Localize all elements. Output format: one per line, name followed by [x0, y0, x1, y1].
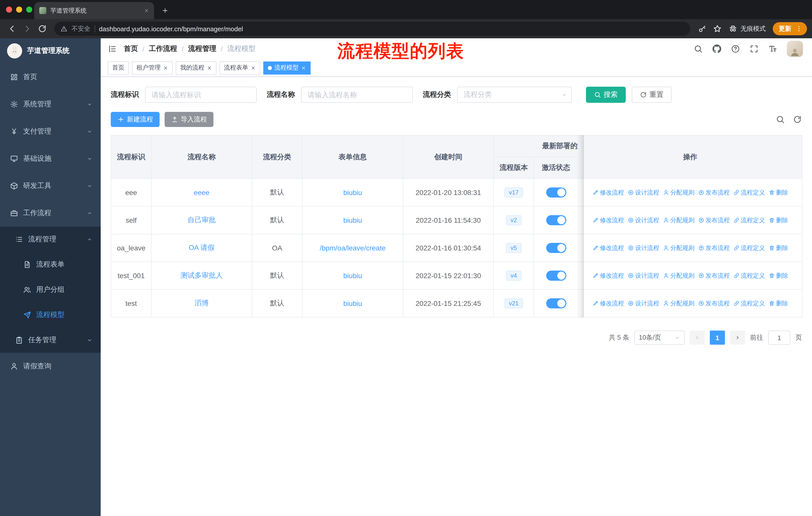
active-toggle[interactable]	[546, 271, 566, 281]
sidebar-item-task-mgmt[interactable]: 任务管理	[0, 328, 101, 353]
design-process-link[interactable]: 设计流程	[628, 244, 659, 252]
form-info-link[interactable]: /bpm/oa/leave/create	[320, 244, 386, 252]
delete-link[interactable]: 删除	[768, 188, 788, 197]
process-definition-link[interactable]: 流程定义	[733, 244, 765, 252]
tag-home[interactable]: 首页	[108, 61, 129, 74]
bookmark-star-icon[interactable]	[710, 22, 724, 36]
process-name-link[interactable]: 自己审批	[187, 216, 216, 224]
form-info-link[interactable]: biubiu	[343, 216, 362, 224]
prev-page-button[interactable]	[690, 331, 705, 345]
delete-link[interactable]: 删除	[768, 271, 788, 280]
publish-process-link[interactable]: 发布流程	[698, 188, 730, 197]
refresh-icon[interactable]	[793, 115, 802, 124]
active-toggle[interactable]	[546, 298, 566, 308]
assign-rule-link[interactable]: 分配规则	[663, 216, 694, 224]
window-close-button[interactable]	[6, 6, 12, 12]
tab-close-icon[interactable]	[144, 8, 149, 13]
tag-process-model[interactable]: 流程模型	[263, 61, 311, 74]
tag-process-form[interactable]: 流程表单	[220, 61, 260, 74]
sidebar-item-home[interactable]: 首页	[0, 63, 101, 91]
process-definition-link[interactable]: 流程定义	[733, 216, 765, 224]
publish-process-link[interactable]: 发布流程	[698, 216, 730, 224]
assign-rule-link[interactable]: 分配规则	[663, 188, 694, 197]
delete-link[interactable]: 删除	[768, 299, 788, 308]
form-info-link[interactable]: biubiu	[343, 272, 362, 280]
browser-tab[interactable]: 芋道管理系统	[34, 2, 154, 19]
search-icon[interactable]	[694, 44, 703, 53]
current-page-button[interactable]: 1	[710, 331, 725, 345]
back-button[interactable]	[5, 22, 19, 36]
tag-tenant[interactable]: 租户管理	[132, 61, 173, 74]
publish-process-link[interactable]: 发布流程	[698, 271, 730, 280]
fullscreen-icon[interactable]	[750, 44, 759, 53]
modify-process-link[interactable]: 修改流程	[592, 299, 624, 308]
tag-my-process[interactable]: 我的流程	[176, 61, 216, 74]
font-size-icon[interactable]	[768, 44, 777, 53]
form-info-link[interactable]: biubiu	[343, 188, 362, 196]
active-toggle[interactable]	[546, 187, 566, 197]
app-logo[interactable]: 芋道管理系统	[0, 38, 101, 63]
design-process-link[interactable]: 设计流程	[628, 216, 659, 224]
active-toggle[interactable]	[546, 215, 566, 225]
help-icon[interactable]	[731, 44, 740, 53]
process-name-input[interactable]	[301, 87, 413, 103]
address-bar[interactable]: 不安全 dashboard.yudao.iocoder.cn/bpm/manag…	[54, 22, 690, 36]
create-process-button[interactable]: 新建流程	[111, 112, 160, 127]
publish-process-link[interactable]: 发布流程	[698, 299, 730, 308]
form-info-link[interactable]: biubiu	[343, 299, 362, 307]
password-key-icon[interactable]	[695, 22, 709, 36]
process-name-link[interactable]: 滔博	[195, 299, 209, 307]
page-size-select[interactable]: 10条/页	[634, 331, 685, 345]
design-process-link[interactable]: 设计流程	[628, 188, 659, 197]
process-name-link[interactable]: 测试多审批人	[180, 271, 223, 279]
modify-process-link[interactable]: 修改流程	[592, 271, 624, 280]
process-key-input[interactable]	[145, 87, 257, 103]
sidebar-item-user-group[interactable]: 用户分组	[0, 277, 101, 302]
next-page-button[interactable]	[730, 331, 745, 345]
reset-button[interactable]: 重置	[632, 87, 671, 103]
chrome-update-button[interactable]: 更新	[773, 22, 807, 35]
assign-rule-link[interactable]: 分配规则	[663, 244, 694, 252]
window-minimize-button[interactable]	[16, 6, 22, 12]
modify-process-link[interactable]: 修改流程	[592, 188, 624, 197]
window-maximize-button[interactable]	[26, 6, 32, 12]
reload-button[interactable]	[35, 22, 49, 36]
category-select[interactable]: 流程分类	[457, 87, 572, 103]
sidebar-item-leave-query[interactable]: 请假查询	[0, 353, 101, 380]
import-process-button[interactable]: 导入流程	[165, 112, 213, 127]
toggle-search-icon[interactable]	[776, 115, 785, 124]
user-avatar[interactable]	[787, 41, 803, 57]
process-definition-link[interactable]: 流程定义	[733, 299, 765, 308]
sidebar-item-infra[interactable]: 基础设施	[0, 145, 101, 172]
forward-button[interactable]	[20, 22, 34, 36]
process-name-link[interactable]: eeee	[194, 188, 209, 196]
process-name-link[interactable]: OA 请假	[189, 243, 215, 251]
publish-process-link[interactable]: 发布流程	[698, 244, 730, 252]
process-definition-link[interactable]: 流程定义	[733, 271, 765, 280]
sidebar-item-process-model[interactable]: 流程模型	[0, 302, 101, 328]
active-toggle[interactable]	[546, 243, 566, 253]
modify-process-link[interactable]: 修改流程	[592, 244, 624, 252]
assign-rule-link[interactable]: 分配规则	[663, 299, 694, 308]
close-icon[interactable]	[301, 65, 306, 70]
search-button[interactable]: 搜索	[586, 87, 626, 103]
design-process-link[interactable]: 设计流程	[628, 299, 659, 308]
delete-link[interactable]: 删除	[768, 216, 788, 224]
sidebar-item-payment[interactable]: 支付管理	[0, 118, 101, 145]
github-icon[interactable]	[712, 44, 721, 53]
close-icon[interactable]	[251, 65, 256, 70]
close-icon[interactable]	[163, 65, 168, 70]
sidebar-item-system[interactable]: 系统管理	[0, 91, 101, 118]
assign-rule-link[interactable]: 分配规则	[663, 271, 694, 280]
sidebar-item-devtools[interactable]: 研发工具	[0, 172, 101, 199]
sidebar-item-process-mgmt[interactable]: 流程管理	[0, 227, 101, 252]
design-process-link[interactable]: 设计流程	[628, 271, 659, 280]
modify-process-link[interactable]: 修改流程	[592, 216, 624, 224]
new-tab-button[interactable]	[158, 3, 172, 18]
goto-page-input[interactable]	[768, 331, 790, 345]
delete-link[interactable]: 删除	[768, 244, 788, 252]
browser-menu-dots-icon[interactable]	[795, 25, 803, 32]
process-definition-link[interactable]: 流程定义	[733, 188, 765, 197]
sidebar-item-process-form[interactable]: 流程表单	[0, 252, 101, 277]
close-icon[interactable]	[207, 65, 212, 70]
